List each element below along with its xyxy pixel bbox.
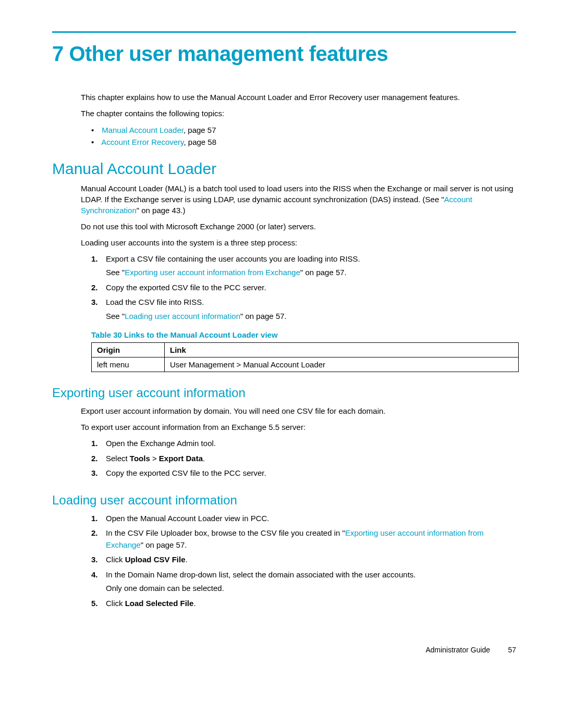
horizontal-rule [52,31,516,33]
export-steps: 1. Open the Exchange Admin tool. 2. Sele… [81,438,516,479]
mal-step-3: 3. Load the CSV file into RISS. See "Loa… [91,297,516,322]
ui-label-export-data: Export Data [159,454,203,463]
mal-paragraph-3: Loading user accounts into the system is… [81,237,516,248]
topic-link-mal[interactable]: Manual Account Loader [102,126,183,134]
mal-step-2: 2. Copy the exported CSV file to the PCC… [91,282,516,294]
step-text: In the Domain Name drop-down list, selec… [106,570,415,579]
step-number: 5. [91,598,106,610]
table-caption: Table 30 Links to the Manual Account Loa… [91,330,516,339]
step-number: 3. [91,297,106,322]
mal-paragraph-1: Manual Account Loader (MAL) is a batch t… [81,183,516,216]
step-secondary: See "Exporting user account information … [106,267,516,279]
table-header-origin: Origin [92,343,165,357]
export-step-3: 3. Copy the exported CSV file to the PCC… [91,467,516,479]
page-footer: Administrator Guide 57 [52,646,516,654]
load-step-1: 1. Open the Manual Account Loader view i… [91,513,516,525]
load-step-3: 3. Click Upload CSV File. [91,554,516,566]
export-step-2: 2. Select Tools > Export Data. [91,453,516,465]
step-text: Open the Exchange Admin tool. [106,439,216,448]
step-number: 4. [91,569,106,595]
step-text: Copy the exported CSV file to the PCC se… [106,283,266,292]
mal-links-table: Origin Link left menu User Management > … [91,342,519,372]
load-step-2: 2. In the CSV File Uploader box, browse … [91,527,516,551]
step-text: Export a CSV file containing the user ac… [106,254,360,263]
table-row: left menu User Management > Manual Accou… [92,357,519,372]
load-step-4: 4. In the Domain Name drop-down list, se… [91,569,516,595]
topics-list: Manual Account Loader, page 57 Account E… [81,124,516,149]
chapter-title: 7 Other user management features [52,42,516,66]
step-number: 2. [91,527,106,551]
load-step-5: 5. Click Load Selected File. [91,598,516,610]
step-number: 3. [91,554,106,566]
step-number: 2. [91,282,106,294]
page-number: 57 [492,646,516,654]
link-loading-user-account[interactable]: Loading user account information [125,312,240,320]
step-secondary: Only one domain can be selected. [106,583,516,595]
ui-label-upload-csv: Upload CSV File [125,555,186,564]
mal-process-steps: 1. Export a CSV file containing the user… [81,253,516,323]
table-header-link: Link [165,343,519,357]
step-text: Copy the exported CSV file to the PCC se… [106,468,266,477]
table-cell-origin: left menu [92,357,165,372]
topic-item-mal: Manual Account Loader, page 57 [91,124,516,136]
step-text: Load the CSV file into RISS. [106,298,204,306]
step-secondary: See "Loading user account information" o… [106,311,516,323]
step-number: 3. [91,467,106,479]
ui-label-tools: Tools [130,454,150,463]
mal-step-1: 1. Export a CSV file containing the user… [91,253,516,279]
topic-suffix: , page 58 [183,138,216,146]
chapter-title-text: Other user management features [69,42,388,65]
export-paragraph-2: To export user account information from … [81,422,516,433]
load-steps: 1. Open the Manual Account Loader view i… [81,513,516,610]
mal-paragraph-2: Do not use this tool with Microsoft Exch… [81,221,516,232]
footer-label: Administrator Guide [425,646,490,654]
topic-link-error-recovery[interactable]: Account Error Recovery [101,138,183,146]
subsection-heading-export: Exporting user account information [52,386,516,400]
step-text: Open the Manual Account Loader view in P… [106,514,270,523]
subsection-heading-load: Loading user account information [52,493,516,508]
link-exporting-user-account[interactable]: Exporting user account information from … [125,268,300,277]
export-paragraph-1: Export user account information by domai… [81,405,516,416]
topic-suffix: , page 57 [183,126,216,134]
ui-label-load-selected: Load Selected File [125,599,194,608]
export-step-1: 1. Open the Exchange Admin tool. [91,438,516,450]
step-number: 2. [91,453,106,465]
section-heading-mal: Manual Account Loader [52,160,516,178]
intro-paragraph-1: This chapter explains how to use the Man… [81,92,516,103]
table-cell-link: User Management > Manual Account Loader [165,357,519,372]
step-number: 1. [91,513,106,525]
step-number: 1. [91,253,106,279]
chapter-number: 7 [52,42,64,65]
step-number: 1. [91,438,106,450]
topic-item-error-recovery: Account Error Recovery, page 58 [91,136,516,148]
intro-paragraph-2: The chapter contains the following topic… [81,108,516,119]
